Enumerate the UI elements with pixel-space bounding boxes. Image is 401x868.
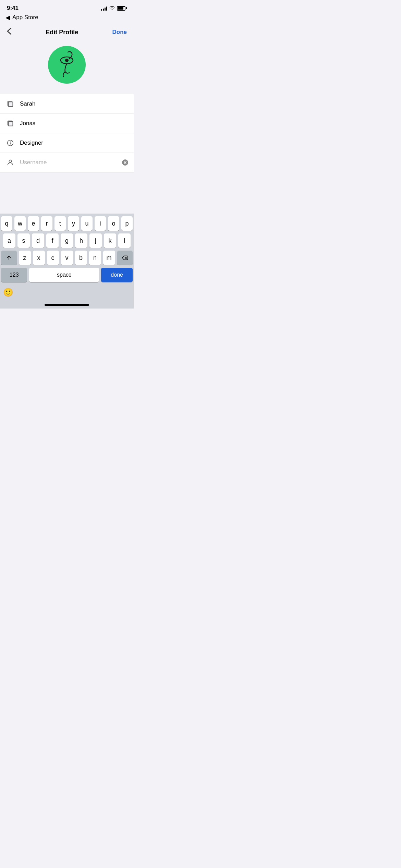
key-y[interactable]: y — [68, 216, 79, 231]
key-f[interactable]: f — [46, 233, 59, 248]
key-c[interactable]: c — [47, 251, 59, 265]
nav-back-button[interactable] — [7, 27, 12, 37]
key-h[interactable]: h — [75, 233, 87, 248]
key-n[interactable]: n — [89, 251, 101, 265]
key-z[interactable]: z — [19, 251, 31, 265]
home-bar — [45, 304, 89, 306]
empty-space — [0, 172, 134, 214]
done-key[interactable]: done — [101, 268, 133, 282]
person-icon — [5, 158, 15, 167]
status-icons — [101, 6, 127, 11]
username-row[interactable] — [0, 153, 134, 172]
svg-point-1 — [65, 59, 69, 62]
avatar[interactable] — [48, 46, 86, 84]
key-p[interactable]: p — [121, 216, 133, 231]
key-a[interactable]: a — [3, 233, 15, 248]
last-name-value: Jonas — [20, 120, 128, 127]
keyboard-bottom-row: 123 space done — [1, 268, 133, 285]
key-s[interactable]: s — [17, 233, 30, 248]
form-section: Sarah Jonas Designer — [0, 94, 134, 172]
key-e[interactable]: e — [28, 216, 39, 231]
key-m[interactable]: m — [103, 251, 115, 265]
info-icon — [5, 138, 15, 148]
keyboard-row-1: q w e r t y u i o p — [1, 216, 133, 231]
shift-key[interactable] — [1, 251, 17, 265]
emoji-row: 🙂 — [1, 285, 133, 304]
bio-row[interactable]: Designer — [0, 133, 134, 153]
clear-input-button[interactable] — [122, 159, 128, 166]
page-title: Edit Profile — [46, 29, 78, 36]
last-name-row[interactable]: Jonas — [0, 114, 134, 133]
status-bar: 9:41 — [0, 0, 134, 13]
keyboard: q w e r t y u i o p a s d f g h j k l z … — [0, 214, 134, 309]
key-d[interactable]: d — [32, 233, 44, 248]
key-r[interactable]: r — [41, 216, 52, 231]
signal-icon — [101, 6, 107, 11]
key-t[interactable]: t — [54, 216, 66, 231]
home-indicator — [1, 304, 133, 309]
svg-point-8 — [10, 142, 11, 142]
nav-bar: Edit Profile Done — [0, 24, 134, 43]
layers-icon-2 — [5, 119, 15, 128]
nums-key[interactable]: 123 — [1, 268, 27, 282]
done-button[interactable]: Done — [112, 29, 127, 36]
first-name-row[interactable]: Sarah — [0, 94, 134, 114]
emoji-button[interactable]: 🙂 — [3, 288, 13, 297]
key-v[interactable]: v — [61, 251, 73, 265]
svg-rect-5 — [9, 122, 13, 126]
delete-key[interactable] — [117, 251, 133, 265]
back-arrow-icon: ◀ — [5, 14, 10, 21]
keyboard-row-3: z x c v b n m — [1, 251, 133, 265]
key-j[interactable]: j — [89, 233, 102, 248]
key-l[interactable]: l — [118, 233, 131, 248]
key-o[interactable]: o — [108, 216, 119, 231]
battery-icon — [117, 6, 127, 11]
app-store-label: App Store — [12, 14, 38, 21]
space-key[interactable]: space — [29, 268, 99, 282]
key-b[interactable]: b — [75, 251, 87, 265]
svg-rect-3 — [9, 102, 13, 107]
first-name-value: Sarah — [20, 100, 128, 107]
wifi-icon — [109, 6, 115, 11]
key-k[interactable]: k — [104, 233, 116, 248]
keyboard-row-2: a s d f g h j k l — [1, 233, 133, 248]
app-store-back-bar[interactable]: ◀ App Store — [0, 13, 134, 24]
avatar-section[interactable] — [0, 43, 134, 94]
status-time: 9:41 — [7, 5, 19, 12]
bio-value: Designer — [20, 140, 128, 146]
key-i[interactable]: i — [95, 216, 106, 231]
key-u[interactable]: u — [81, 216, 93, 231]
layers-icon-1 — [5, 99, 15, 109]
username-input[interactable] — [20, 159, 120, 166]
key-q[interactable]: q — [1, 216, 12, 231]
key-g[interactable]: g — [61, 233, 73, 248]
key-x[interactable]: x — [33, 251, 45, 265]
key-w[interactable]: w — [14, 216, 26, 231]
svg-point-9 — [9, 160, 11, 162]
